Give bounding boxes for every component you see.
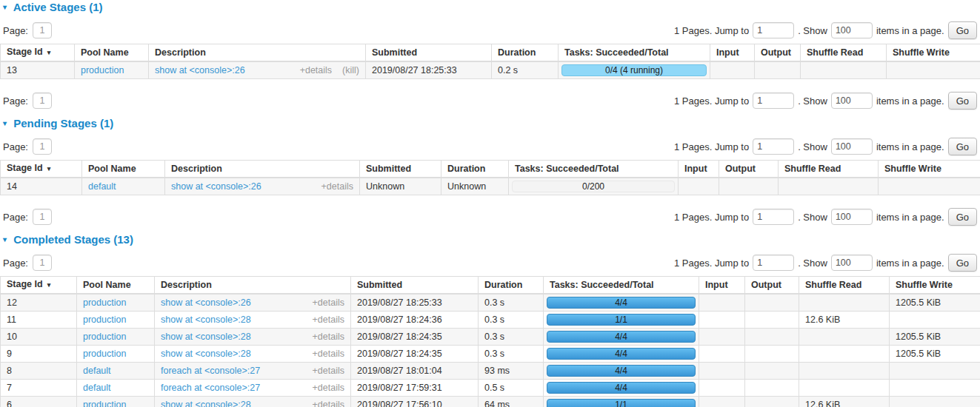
pool-name-link[interactable]: production xyxy=(83,332,126,342)
shuffle-write-cell: 1205.5 KiB xyxy=(890,294,980,312)
sort-arrow-icon: ▾ xyxy=(47,165,51,172)
pool-name-link[interactable]: production xyxy=(83,400,126,407)
page-number-input[interactable] xyxy=(33,209,52,225)
column-header[interactable]: Duration xyxy=(479,277,544,295)
pool-name-link[interactable]: production xyxy=(83,349,126,359)
task-progress-bar: 1/1 xyxy=(547,314,696,326)
column-header[interactable]: Shuffle Write xyxy=(890,277,980,295)
column-label: Duration xyxy=(447,164,485,174)
column-header[interactable]: Tasks: Succeeded/Total xyxy=(544,277,699,295)
task-progress-label: 4/4 xyxy=(547,349,695,359)
column-header[interactable]: Duration xyxy=(441,161,509,178)
column-header[interactable]: Stage Id▾ xyxy=(1,161,82,178)
page-number-input[interactable] xyxy=(33,255,52,271)
go-button[interactable]: Go xyxy=(948,208,977,226)
stage-description-link[interactable]: show at <console>:26 xyxy=(171,182,261,192)
go-button[interactable]: Go xyxy=(948,138,977,155)
go-button[interactable]: Go xyxy=(948,254,977,272)
items-per-page-input[interactable] xyxy=(831,209,873,225)
description-cell: show at <console>:26+details xyxy=(165,178,360,195)
column-header[interactable]: Pool Name xyxy=(75,44,149,62)
column-header[interactable]: Output xyxy=(755,44,801,62)
stage-description-link[interactable]: show at <console>:28 xyxy=(161,349,251,359)
column-header[interactable]: Shuffle Read xyxy=(799,277,890,295)
stage-description-link[interactable]: foreach at <console>:27 xyxy=(161,383,260,393)
column-label: Shuffle Write xyxy=(884,164,941,174)
section-header-pending-stages[interactable]: ▾ Pending Stages (1) xyxy=(0,116,980,131)
stage-description-link[interactable]: foreach at <console>:27 xyxy=(161,366,260,376)
shuffle-read-cell xyxy=(799,346,890,363)
items-per-page-input[interactable] xyxy=(831,92,873,109)
jump-to-page-input[interactable] xyxy=(753,92,794,109)
pool-name-link[interactable]: default xyxy=(88,181,116,192)
column-header[interactable]: Output xyxy=(745,277,799,295)
stage-description-link[interactable]: show at <console>:28 xyxy=(161,332,251,342)
items-per-page-label: items in a page. xyxy=(876,258,944,269)
details-toggle[interactable]: +details xyxy=(313,298,344,308)
column-header[interactable]: Shuffle Read xyxy=(779,161,879,178)
column-header[interactable]: Description xyxy=(155,277,351,295)
go-button[interactable]: Go xyxy=(948,21,977,39)
kill-link[interactable]: (kill) xyxy=(342,66,359,75)
details-toggle[interactable]: +details xyxy=(313,366,344,376)
pool-name-link[interactable]: production xyxy=(83,297,126,308)
column-header[interactable]: Input xyxy=(679,161,719,178)
items-per-page-input[interactable] xyxy=(831,138,873,155)
pool-name-link[interactable]: production xyxy=(83,314,126,325)
shuffle-write-cell xyxy=(890,397,980,407)
stage-description-link[interactable]: show at <console>:26 xyxy=(155,66,245,75)
details-toggle[interactable]: +details xyxy=(313,383,344,393)
page-number-input[interactable] xyxy=(33,138,52,155)
description-content: show at <console>:28+details xyxy=(161,315,344,325)
items-per-page-input[interactable] xyxy=(831,22,873,38)
details-toggle[interactable]: +details xyxy=(313,349,344,359)
go-button[interactable]: Go xyxy=(948,92,977,110)
column-label: Description xyxy=(161,280,212,290)
column-header[interactable]: Input xyxy=(710,44,755,62)
column-header[interactable]: Stage Id▾ xyxy=(1,44,75,62)
column-header[interactable]: Submitted xyxy=(366,44,492,62)
page-number-input[interactable] xyxy=(33,92,52,109)
jump-to-page-input[interactable] xyxy=(753,255,794,271)
column-header[interactable]: Shuffle Write xyxy=(887,44,980,62)
pages-info-text: 1 Pages. Jump to xyxy=(674,95,749,107)
shuffle-write-cell: 1205.5 KiB xyxy=(890,329,980,346)
stage-description-link[interactable]: show at <console>:28 xyxy=(161,400,251,407)
column-header[interactable]: Submitted xyxy=(360,161,441,178)
column-header[interactable]: Pool Name xyxy=(82,161,165,178)
column-header[interactable]: Description xyxy=(165,161,360,178)
column-header[interactable]: Tasks: Succeeded/Total xyxy=(509,161,679,178)
jump-to-page-input[interactable] xyxy=(753,138,794,155)
details-toggle[interactable]: +details xyxy=(313,332,344,342)
pool-name-link[interactable]: default xyxy=(83,383,111,393)
jump-to-page-input[interactable] xyxy=(753,209,794,225)
details-toggle[interactable]: +details xyxy=(313,315,344,325)
column-header[interactable]: Stage Id▾ xyxy=(1,277,77,295)
column-header[interactable]: Description xyxy=(149,44,366,62)
column-header[interactable]: Shuffle Write xyxy=(879,161,980,178)
column-header[interactable]: Submitted xyxy=(351,277,479,295)
show-label: . Show xyxy=(798,258,827,269)
column-header[interactable]: Output xyxy=(719,161,779,178)
stage-description-link[interactable]: show at <console>:28 xyxy=(161,315,251,325)
column-header[interactable]: Input xyxy=(699,277,745,295)
column-header[interactable]: Shuffle Read xyxy=(801,44,887,62)
pool-name-link[interactable]: default xyxy=(83,366,111,376)
submitted-cell: 2019/08/27 17:59:31 xyxy=(351,380,479,397)
page-number-input[interactable] xyxy=(33,22,52,38)
column-header[interactable]: Tasks: Succeeded/Total xyxy=(559,44,710,62)
jump-to-page-input[interactable] xyxy=(753,22,794,38)
items-per-page-label: items in a page. xyxy=(876,25,944,36)
pool-name-link[interactable]: production xyxy=(81,65,124,75)
shuffle-read-cell xyxy=(779,178,879,195)
column-header[interactable]: Pool Name xyxy=(77,277,155,295)
section-header-completed-stages[interactable]: ▾ Completed Stages (13) xyxy=(0,232,980,247)
column-header[interactable]: Duration xyxy=(492,44,559,62)
details-toggle[interactable]: +details xyxy=(300,66,332,75)
items-per-page-input[interactable] xyxy=(831,255,873,271)
stage-description-link[interactable]: show at <console>:26 xyxy=(161,298,251,308)
section-header-active-stages[interactable]: ▾ Active Stages (1) xyxy=(0,0,980,15)
details-toggle[interactable]: +details xyxy=(321,182,353,192)
pending-stages-section: ▾ Pending Stages (1) Page: 1 Pages. Jump… xyxy=(0,116,980,226)
details-toggle[interactable]: +details xyxy=(313,400,344,407)
